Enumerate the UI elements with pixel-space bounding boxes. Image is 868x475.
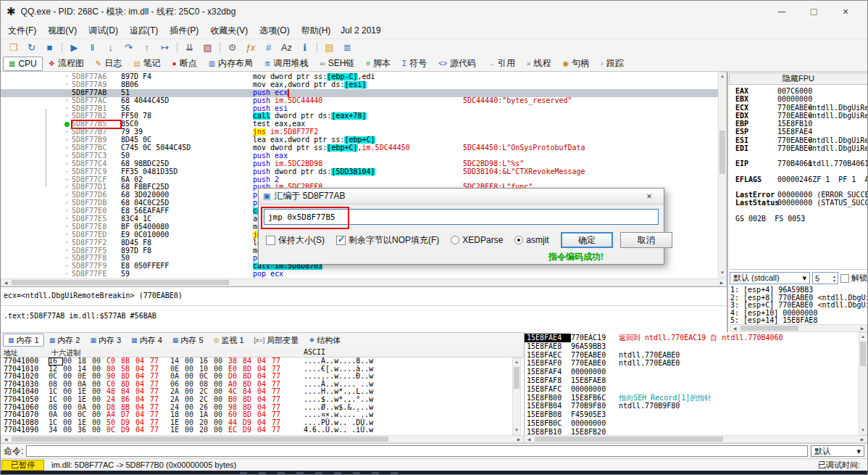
scrollbar-thumb[interactable] (740, 326, 798, 331)
tab-breakpoints[interactable]: ●断点 (167, 57, 203, 71)
taskbar-icon[interactable] (372, 472, 379, 475)
stack-horizontal-scrollbar[interactable]: ◀ ▶ (524, 435, 867, 443)
stack-row[interactable]: 15E8FAFC00000000 (525, 385, 859, 394)
hide-fpu-button[interactable]: 隐藏FPU (729, 73, 868, 85)
nop-fill-checkbox[interactable] (336, 236, 346, 245)
scroll-left-arrow-icon[interactable]: ◀ (730, 325, 739, 331)
stack-row[interactable]: 15E8FAF0770EABE0ntdll.770EABE0 (525, 359, 859, 368)
scrollbar-thumb[interactable] (12, 437, 388, 442)
assemble-instruction-input[interactable] (264, 209, 659, 225)
trace-button[interactable]: ⇊ (181, 41, 198, 55)
step-into-button[interactable]: ↓ (102, 41, 119, 55)
tab-log[interactable]: ✎日志 (90, 57, 128, 71)
function-fx-button[interactable]: ƒx (242, 41, 259, 55)
register-row[interactable]: ESP15E8FAE4 (735, 128, 812, 136)
scroll-down-arrow-icon[interactable]: ▼ (859, 426, 867, 434)
memory-horizontal-scrollbar[interactable]: ◀ ▶ (1, 435, 524, 443)
scrollbar-thumb[interactable] (514, 367, 519, 389)
stop-button[interactable]: ■ (41, 41, 58, 55)
memory-row[interactable]: 770410501C001E00248604772A002C00B08D0477… (1, 396, 512, 404)
scroll-left-arrow-icon[interactable]: ◀ (525, 436, 533, 442)
ok-button[interactable]: 确定 (561, 232, 613, 248)
maximize-button[interactable]: □ (798, 2, 830, 21)
taskbar-icon[interactable] (391, 472, 398, 475)
register-row[interactable]: ESI770EABE0<ntdll.DbgUiRemoteBreakin> (735, 136, 812, 144)
tab-watch-1[interactable]: ◎监视 1 (209, 334, 249, 347)
menu-item[interactable]: 选项(O) (254, 24, 295, 37)
scrollbar-thumb[interactable] (860, 342, 866, 366)
tab-memory-5[interactable]: ▦内存 5 (167, 334, 209, 347)
scroll-down-arrow-icon[interactable]: ▼ (513, 426, 520, 434)
scroll-left-arrow-icon[interactable]: ◀ (1, 436, 10, 442)
scroll-up-arrow-icon[interactable]: ▲ (859, 333, 867, 341)
tab-memory-3[interactable]: ▦内存 3 (85, 334, 126, 347)
disasm-row[interactable]: •5D8F77C9FF35 0481D35Dpush dword ptr ds:… (1, 168, 719, 176)
scroll-right-arrow-icon[interactable]: ▶ (858, 325, 867, 331)
dialog-close-icon[interactable]: × (639, 191, 659, 202)
open-file-button[interactable]: ❒ (5, 41, 22, 55)
menu-item[interactable]: 收藏夹(V) (204, 24, 254, 37)
stack-row[interactable]: 15E8FAF400000000 (525, 368, 859, 376)
patches-button[interactable]: ▧ (199, 41, 216, 55)
menu-item[interactable]: 帮助(H) (296, 24, 337, 37)
register-row[interactable]: LastError00000000 (ERROR_SUCCESS) (735, 191, 868, 199)
stack-row[interactable]: 15E8FAEC770EABE0ntdll.770EABE0 (525, 351, 859, 360)
minimize-button[interactable]: ─ (766, 2, 798, 21)
tab-memory-2[interactable]: ▦内存 2 (44, 334, 85, 347)
register-row[interactable]: EIP770B4061ntdll.770B4061 (735, 160, 812, 168)
register-row[interactable]: EDI770EABE0<ntdll.DbgUiRemoteBreakin> (735, 144, 812, 152)
tab-memory-map[interactable]: ▥内存布局 (203, 57, 259, 71)
register-row[interactable]: ECX770EABE0<ntdll.DbgUiRemoteBreakin> (735, 104, 812, 112)
disasm-row[interactable]: •5D8F77B2FF50 78call dword ptr ds:[eax+7… (1, 112, 719, 120)
menu-item[interactable]: 插件(P) (164, 24, 204, 37)
menu-item[interactable]: 调试(D) (83, 24, 124, 37)
tab-symbols[interactable]: Σ符号 (396, 57, 433, 71)
scroll-up-arrow-icon[interactable]: ▲ (513, 358, 520, 366)
register-row[interactable]: EBX00000000 (735, 95, 812, 103)
argument-row[interactable]: 2: [esp+8] 770EABE0 <ntdll.DbgUiRemoteBr… (730, 294, 867, 302)
stack-row[interactable]: 15E8FAE4770EAC19返回到 ntdll.770EAC19 自 ntd… (525, 334, 859, 342)
run-to-cursor-button[interactable]: ↦ (157, 41, 173, 55)
tab-locals[interactable]: [x=]局部变量 (249, 334, 304, 347)
disasm-row[interactable]: •5D8F77AC68 4044C45Dpush im.5DC444405DC4… (1, 97, 719, 105)
argument-row[interactable]: 4: [esp+10] 00000000 (730, 310, 867, 318)
tab-handles[interactable]: ◉句柄 (557, 57, 596, 71)
hash-button[interactable]: # (260, 41, 277, 55)
step-out-button[interactable]: ↑ (138, 41, 155, 55)
taskbar-icon[interactable] (315, 472, 322, 475)
memory-row[interactable]: 7704100016001800C08B04771400160038840477… (1, 358, 512, 365)
taskbar-icon[interactable] (353, 472, 360, 475)
tab-cpu[interactable]: ▦CPU (3, 57, 43, 71)
disasm-row[interactable]: •5D8F77C350push eax (1, 152, 719, 160)
memory-row[interactable]: 77041090340036000CD904771E002000ECD90477… (1, 426, 512, 434)
argument-row[interactable]: 1: [esp+4] 96A59BB3 (730, 286, 867, 294)
taskbar-icon[interactable] (259, 472, 266, 475)
log-window-button[interactable]: ≣ (339, 41, 356, 55)
memory-vertical-scrollbar[interactable]: ▲ ▼ (512, 358, 521, 435)
register-row[interactable]: EDX770EABE0<ntdll.DbgUiRemoteBreakin> (735, 112, 812, 120)
stack-row[interactable]: 15E8FB08F45905E3 (525, 410, 859, 419)
scroll-right-arrow-icon[interactable]: ▶ (717, 279, 726, 286)
close-button[interactable]: × (830, 2, 861, 21)
tab-source[interactable]: <>源代码 (433, 57, 482, 71)
taskbar-icon[interactable] (277, 472, 285, 475)
tab-memory-1[interactable]: ▦内存 1 (3, 334, 44, 347)
disasm-row[interactable]: •5D8F77BCC745 0C 5044C45Dmov dword ptr s… (1, 144, 719, 152)
info-button[interactable]: ℹ (296, 41, 313, 55)
unlock-checkbox[interactable]: 解锁 (840, 273, 867, 284)
scroll-right-arrow-icon[interactable]: ▶ (858, 436, 867, 442)
disasm-row[interactable]: •5D8F77A98B06mov eax,dword ptr ds:[esi] (1, 81, 719, 89)
keep-size-checkbox[interactable] (266, 236, 275, 245)
tab-references[interactable]: →引用 (482, 57, 521, 71)
run-button[interactable]: ▶ (66, 41, 83, 55)
disasm-row[interactable]: •5D8F77FE59pop ecx (1, 270, 719, 278)
tab-threads[interactable]: »线程 (521, 57, 557, 71)
scroll-left-arrow-icon[interactable]: ◀ (1, 279, 10, 286)
scroll-right-arrow-icon[interactable]: ▶ (514, 436, 523, 442)
register-row[interactable]: EAX007C6000 (735, 87, 812, 95)
command-input[interactable] (26, 445, 808, 457)
disasm-row[interactable]: •5D8F77C468 98BDC25Dpush im.5DC2BD985DC2… (1, 160, 719, 168)
register-row[interactable]: EFLAGS00000246 (735, 175, 812, 183)
arguments-horizontal-scrollbar[interactable]: ◀ ▶ (730, 324, 867, 332)
disassembly-vertical-scrollbar[interactable]: ▲ ▼ (718, 72, 727, 278)
